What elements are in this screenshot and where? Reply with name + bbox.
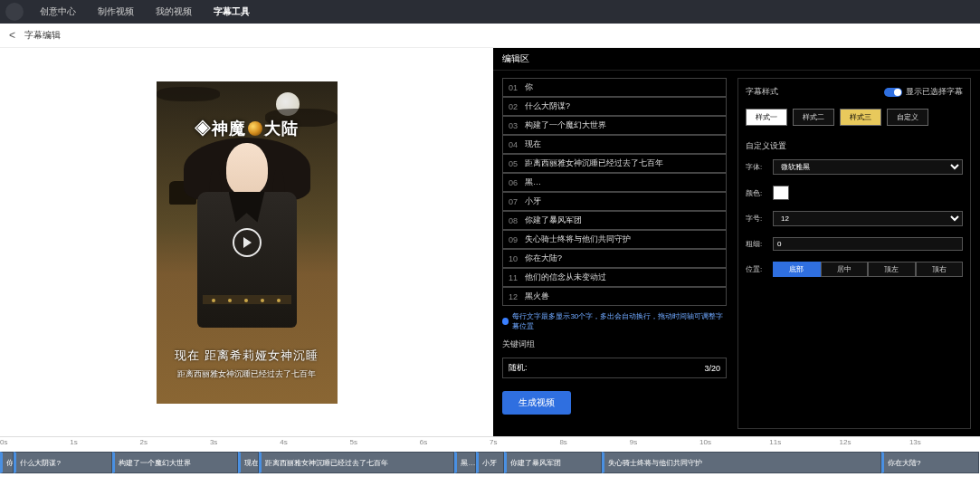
line-text: 现在: [525, 138, 541, 150]
ruler-tick: 6s: [420, 438, 427, 446]
back-button[interactable]: <: [9, 29, 15, 42]
style-header: 字幕样式: [746, 86, 778, 98]
line-text: 他们的信念从未变动过: [525, 272, 606, 283]
top-navbar: 创意中心制作视频我的视频字幕工具: [0, 0, 980, 24]
main-area: ◈神魔大陆 现在 距离希莉娅女神沉睡 距离西: [0, 48, 980, 436]
ruler-tick: 2s: [140, 438, 147, 446]
timeline-clip[interactable]: 你在大陆?: [881, 452, 979, 473]
generate-video-button[interactable]: 生成视频: [502, 391, 571, 415]
timeline-clip[interactable]: 现在: [238, 452, 259, 473]
subtitle-line[interactable]: 11他们的信念从未变动过: [502, 268, 727, 287]
hint-text: 每行文字最多显示30个字，多出会自动换行，拖动时间轴可调整字幕位置: [502, 311, 727, 331]
timeline[interactable]: 0s1s2s3s4s5s6s7s8s9s10s11s12s13s 你什么大阴谋?…: [0, 436, 980, 477]
position-option[interactable]: 底部: [773, 262, 821, 277]
ruler-tick: 10s: [699, 438, 711, 446]
subtitle-list-column: 01你02什么大阴谋?03构建了一个魔幻大世界04现在05距离西丽雅女神沉睡已经…: [502, 78, 727, 429]
timeline-track[interactable]: 你什么大阴谋?构建了一个魔幻大世界现在距离西丽雅女神沉睡已经过去了七百年黑…小牙…: [0, 450, 980, 477]
line-text: 什么大阴谋?: [525, 100, 570, 112]
orb-icon: [248, 121, 262, 136]
stud-icon: [212, 299, 215, 302]
stud-icon: [228, 299, 232, 302]
timeline-clip[interactable]: 构建了一个魔幻大世界: [112, 452, 238, 473]
stroke-label: 粗细:: [746, 239, 767, 249]
stud-icon: [277, 299, 281, 302]
ruler-tick: 8s: [559, 438, 566, 446]
stroke-input[interactable]: [773, 237, 963, 251]
page-title: 字幕编辑: [24, 29, 61, 42]
breadcrumb: < 字幕编辑: [0, 24, 980, 48]
nav-tabs: 创意中心制作视频我的视频字幕工具: [29, 0, 261, 24]
nav-tab[interactable]: 字幕工具: [203, 0, 261, 24]
subtitle-line[interactable]: 05距离西丽雅女神沉睡已经过去了七百年: [502, 154, 727, 173]
custom-header: 自定义设置: [746, 140, 963, 152]
edit-panel-header: 编辑区: [493, 48, 980, 71]
subtitle-line[interactable]: 06黑…: [502, 173, 727, 192]
color-label: 颜色:: [746, 188, 767, 198]
subtitle-line[interactable]: 08你建了暴风军团: [502, 211, 727, 230]
position-row: 位置: 底部居中顶左顶右: [746, 262, 963, 277]
subtitle-sub: 距离西丽雅女神沉睡已经过去了七百年: [157, 368, 338, 380]
subtitle-line[interactable]: 07小牙: [502, 192, 727, 211]
timeline-clip[interactable]: 你建了暴风军团: [504, 452, 602, 473]
stroke-row: 粗细:: [746, 237, 963, 251]
subtitle-line[interactable]: 09失心骑士终将与他们共同守护: [502, 230, 727, 249]
position-option[interactable]: 顶左: [868, 262, 916, 277]
edit-panel-body: 01你02什么大阴谋?03构建了一个魔幻大世界04现在05距离西丽雅女神沉睡已经…: [493, 71, 980, 436]
line-text: 你建了暴风军团: [525, 215, 582, 226]
preview-pane: ◈神魔大陆 现在 距离希莉娅女神沉睡 距离西: [0, 48, 493, 436]
play-button[interactable]: [233, 228, 262, 257]
line-text: 小牙: [525, 196, 541, 207]
face-shape: [226, 143, 268, 196]
ruler-tick: 0s: [0, 438, 7, 446]
style-preset-button[interactable]: 自定义: [887, 109, 928, 126]
keyword-row[interactable]: 随机: 3/20: [502, 358, 727, 378]
timeline-clip[interactable]: 你: [0, 452, 14, 473]
nav-tab[interactable]: 我的视频: [145, 0, 203, 24]
line-text: 你: [525, 81, 533, 93]
line-number: 06: [509, 178, 521, 187]
line-number: 12: [509, 292, 521, 301]
line-number: 10: [509, 254, 521, 263]
toggle-icon[interactable]: [884, 88, 902, 97]
size-select[interactable]: 12: [773, 211, 963, 226]
line-text: 黑…: [525, 176, 541, 188]
line-number: 02: [509, 102, 521, 111]
position-option[interactable]: 顶右: [916, 262, 964, 277]
line-text: 你在大陆?: [525, 253, 562, 264]
timeline-clip[interactable]: 小牙: [476, 452, 504, 473]
cloud-icon: [157, 87, 220, 101]
title-a: 神魔: [212, 119, 246, 138]
subtitle-line[interactable]: 12黑火兽: [502, 287, 727, 306]
style-preset-button[interactable]: 样式二: [793, 109, 834, 126]
subtitle-line[interactable]: 03构建了一个魔幻大世界: [502, 116, 727, 135]
edit-panel: 编辑区 01你02什么大阴谋?03构建了一个魔幻大世界04现在05距离西丽雅女神…: [493, 48, 980, 436]
subtitle-line[interactable]: 01你: [502, 78, 727, 97]
toggle-row[interactable]: 显示已选择字幕: [884, 86, 963, 98]
line-number: 07: [509, 197, 521, 206]
timeline-clip[interactable]: 黑…: [454, 452, 475, 473]
collar-shape: [229, 192, 265, 223]
style-preset-button[interactable]: 样式一: [746, 109, 787, 126]
color-swatch[interactable]: [773, 186, 789, 200]
nav-tab[interactable]: 创意中心: [29, 0, 87, 24]
style-presets: 样式一样式二样式三自定义: [746, 109, 963, 126]
ruler-tick: 12s: [840, 438, 852, 446]
ruler-tick: 13s: [909, 438, 921, 446]
line-text: 黑火兽: [525, 291, 549, 302]
size-label: 字号:: [746, 214, 767, 224]
subtitle-line[interactable]: 04现在: [502, 135, 727, 154]
font-row: 字体: 微软雅黑: [746, 159, 963, 175]
timeline-clip[interactable]: 距离西丽雅女神沉睡已经过去了七百年: [259, 452, 454, 473]
ruler-tick: 1s: [70, 438, 77, 446]
timeline-clip[interactable]: 什么大阴谋?: [14, 452, 111, 473]
timeline-clip[interactable]: 失心骑士终将与他们共同守护: [602, 452, 881, 473]
nav-tab[interactable]: 制作视频: [87, 0, 145, 24]
toggle-label: 显示已选择字幕: [906, 87, 963, 96]
subtitle-line[interactable]: 10你在大陆?: [502, 249, 727, 268]
font-select[interactable]: 微软雅黑: [773, 159, 963, 175]
ruler-tick: 3s: [210, 438, 217, 446]
keyword-label: 随机:: [509, 362, 528, 374]
style-preset-button[interactable]: 样式三: [840, 109, 881, 126]
subtitle-line[interactable]: 02什么大阴谋?: [502, 97, 727, 116]
position-option[interactable]: 居中: [821, 262, 869, 277]
